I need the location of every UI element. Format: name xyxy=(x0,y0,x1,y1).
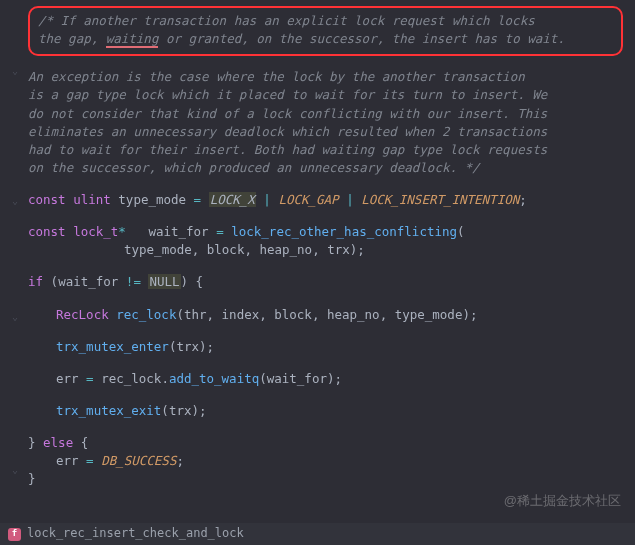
code-line: } xyxy=(28,470,623,488)
fold-icon[interactable]: ⌄ xyxy=(12,64,18,79)
comment-line: on the successor, which produced an unne… xyxy=(28,159,623,177)
code-line: const ulint type_mode = LOCK_X | LOCK_GA… xyxy=(28,191,623,209)
comment-line: /* If another transaction has an explici… xyxy=(38,12,613,30)
comment-line: had to wait for their insert. Both had w… xyxy=(28,141,623,159)
code-line: type_mode, block, heap_no, trx); xyxy=(28,241,623,259)
comment-line: is a gap type lock which it placed to wa… xyxy=(28,86,623,104)
fold-icon[interactable]: ⌄ xyxy=(12,310,18,325)
code-line: } else { xyxy=(28,434,623,452)
comment-line: eliminates an unnecessary deadlock which… xyxy=(28,123,623,141)
fold-icon[interactable]: ⌄ xyxy=(12,463,18,478)
comment-line: An exception is the case where the lock … xyxy=(28,68,623,86)
breadcrumb-function[interactable]: lock_rec_insert_check_and_lock xyxy=(27,525,244,542)
comment-line: do not consider that kind of a lock conf… xyxy=(28,105,623,123)
code-line: trx_mutex_enter(trx); xyxy=(28,338,623,356)
code-line: err = rec_lock.add_to_waitq(wait_for); xyxy=(28,370,623,388)
comment-line: the gap, waiting or granted, on the succ… xyxy=(38,30,613,48)
code-line: err = DB_SUCCESS; xyxy=(28,452,623,470)
highlight-box: /* If another transaction has an explici… xyxy=(28,6,623,56)
status-bar: f lock_rec_insert_check_and_lock xyxy=(0,523,635,545)
code-line: const lock_t* wait_for = lock_rec_other_… xyxy=(28,223,623,241)
code-line: trx_mutex_exit(trx); xyxy=(28,402,623,420)
function-icon: f xyxy=(8,528,21,541)
code-line: if (wait_for != NULL) { xyxy=(28,273,623,291)
code-line: RecLock rec_lock(thr, index, block, heap… xyxy=(28,306,623,324)
code-editor[interactable]: /* If another transaction has an explici… xyxy=(28,6,629,519)
fold-icon[interactable]: ⌄ xyxy=(12,194,18,209)
gutter: ⌄ ⌄ ⌄ ⌄ xyxy=(0,0,28,545)
underlined-word: waiting xyxy=(106,31,159,48)
